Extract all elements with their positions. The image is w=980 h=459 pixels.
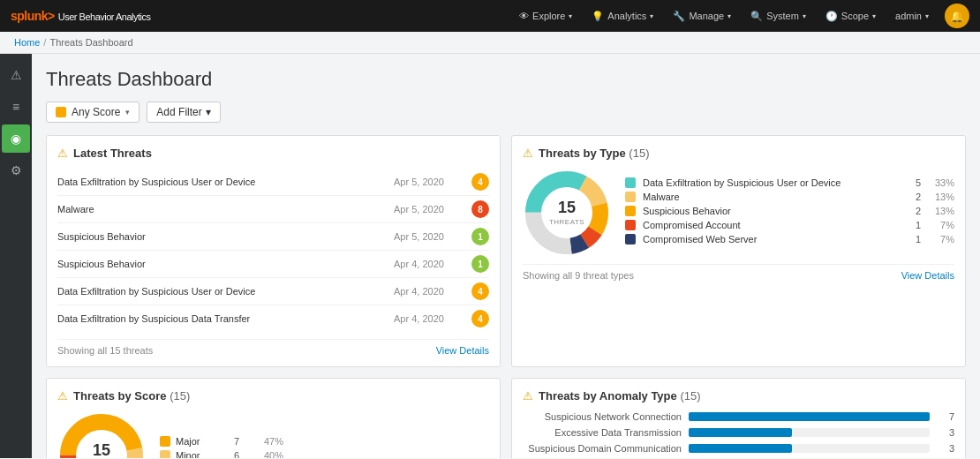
legend-color xyxy=(625,192,636,202)
warning-icon: ⚠ xyxy=(523,389,533,403)
threat-date: Apr 4, 2020 xyxy=(394,259,464,269)
list-item: Suspicious Domain Communication 3 xyxy=(523,443,954,454)
nav-analytics[interactable]: 💡 Analytics ▾ xyxy=(583,7,662,26)
threat-score-badge: 4 xyxy=(471,282,489,300)
threats-by-score-header: ⚠ Threats by Score (15) xyxy=(57,389,489,403)
chevron-down-icon: ▾ xyxy=(727,12,731,20)
chevron-down-icon: ▾ xyxy=(569,12,572,20)
sidebar: ⚠ ≡ ◉ ⚙ xyxy=(0,54,32,458)
list-item[interactable]: Data Exfiltration by Suspicious User or … xyxy=(57,169,489,196)
legend-item: Minor 6 40% xyxy=(160,450,283,458)
chevron-down-icon: ▾ xyxy=(803,12,806,20)
legend-count: 1 xyxy=(903,220,921,230)
score-filter-label: Any Score xyxy=(72,106,120,118)
threats-by-score-legend: Major 7 47% Minor 6 40% Critical 2 13% xyxy=(160,436,283,458)
threats-by-score-content: 15 THREATS Major 7 47% Minor 6 40% Criti… xyxy=(57,411,489,458)
splunk-logo: splunk>User Behavior Analytics xyxy=(11,9,150,23)
legend-count: 1 xyxy=(903,234,921,245)
score-filter-button[interactable]: Any Score ▾ xyxy=(46,102,139,123)
score-pct: 40% xyxy=(257,450,283,458)
notification-bell[interactable]: 🔔 xyxy=(945,4,969,28)
bar-label: Excessive Data Transmission xyxy=(523,427,682,438)
threat-score-badge: 1 xyxy=(471,255,489,273)
threats-by-type-footer: Showing all 9 threat types View Details xyxy=(523,264,954,281)
score-count: 7 xyxy=(234,436,252,447)
warning-icon: ⚠ xyxy=(57,147,68,160)
score-color-dot xyxy=(160,436,170,447)
nav-items: 👁 Explore ▾ 💡 Analytics ▾ 🔧 Manage ▾ 🔍 S… xyxy=(164,4,969,28)
main-content: Threats Dashboard Any Score ▾ Add Filter… xyxy=(32,54,980,458)
top-nav: splunk>User Behavior Analytics 👁 Explore… xyxy=(0,0,980,32)
threats-by-type-view-details[interactable]: View Details xyxy=(901,270,954,281)
bar-label: Suspicious Domain Communication xyxy=(523,443,682,454)
legend-color xyxy=(625,220,636,230)
threat-name: Data Exfiltration by Suspicious User or … xyxy=(57,286,387,297)
latest-threats-header: ⚠ Latest Threats xyxy=(57,147,489,160)
list-item: Suspicious Network Connection 7 xyxy=(523,411,954,422)
app-name: User Behavior Analytics xyxy=(58,11,151,22)
threat-name: Suspicious Behavior xyxy=(57,231,387,242)
sidebar-dashboard-icon[interactable]: ◉ xyxy=(2,124,30,153)
threat-date: Apr 5, 2020 xyxy=(394,204,464,214)
threat-score-badge: 4 xyxy=(471,310,489,327)
threat-name: Data Exfiltration by Suspicious User or … xyxy=(57,177,387,187)
threats-by-type-header: ⚠ Threats by Type (15) xyxy=(523,147,954,160)
threats-by-type-donut: 15 THREATS xyxy=(523,169,611,257)
threats-by-anomaly-title: Threats by Anomaly Type (15) xyxy=(539,389,701,403)
sidebar-settings-icon[interactable]: ⚙ xyxy=(2,156,30,184)
list-item: Excessive Data Transmission 3 xyxy=(523,427,954,438)
bar-track xyxy=(689,412,930,421)
nav-manage[interactable]: 🔧 Manage ▾ xyxy=(664,7,740,26)
sidebar-list-icon[interactable]: ≡ xyxy=(2,93,30,121)
latest-threats-footer: Showing all 15 threats View Details xyxy=(57,339,489,356)
bar-count: 7 xyxy=(937,411,954,422)
threat-score-badge: 1 xyxy=(471,228,489,245)
threat-name: Malware xyxy=(57,204,387,214)
threats-by-anomaly-header: ⚠ Threats by Anomaly Type (15) xyxy=(523,389,954,403)
nav-admin[interactable]: admin ▾ xyxy=(886,7,938,25)
breadcrumb: Home / Threats Dashboard xyxy=(0,32,980,54)
legend-color xyxy=(625,206,636,216)
legend-name: Compromised Web Server xyxy=(643,234,896,245)
threats-by-type-count: Showing all 9 threat types xyxy=(523,270,634,281)
legend-pct: 33% xyxy=(928,177,954,188)
legend-item: Data Exfiltration by Suspicious User or … xyxy=(625,177,954,188)
legend-count: 2 xyxy=(903,192,921,202)
threat-date: Apr 4, 2020 xyxy=(394,286,464,297)
donut-label: 15 THREATS xyxy=(84,441,119,458)
sidebar-alert-icon[interactable]: ⚠ xyxy=(2,61,30,89)
legend-name: Suspicious Behavior xyxy=(643,206,896,216)
threats-by-anomaly-panel: ⚠ Threats by Anomaly Type (15) Suspiciou… xyxy=(511,378,966,458)
list-item[interactable]: Data Exfiltration by Suspicious Data Tra… xyxy=(57,305,489,332)
list-item[interactable]: Suspicious Behavior Apr 4, 2020 1 xyxy=(57,251,489,278)
add-filter-button[interactable]: Add Filter ▾ xyxy=(147,102,220,123)
threats-by-score-donut: 15 THREATS xyxy=(57,411,146,458)
legend-pct: 7% xyxy=(928,234,954,245)
score-pct: 47% xyxy=(257,436,283,447)
bar-label: Suspicious Network Connection xyxy=(523,411,682,422)
score-name: Major xyxy=(176,436,229,447)
threat-score-badge: 4 xyxy=(471,173,489,191)
breadcrumb-home[interactable]: Home xyxy=(14,37,40,48)
bar-count: 3 xyxy=(937,427,954,438)
nav-scope[interactable]: 🕐 Scope ▾ xyxy=(817,7,885,26)
threats-by-score-panel: ⚠ Threats by Score (15) 15 T xyxy=(46,378,501,458)
nav-explore[interactable]: 👁 Explore ▾ xyxy=(510,7,581,25)
breadcrumb-current: Threats Dashboard xyxy=(49,37,132,48)
legend-name: Malware xyxy=(643,192,896,202)
latest-threats-view-details[interactable]: View Details xyxy=(436,345,489,356)
score-color-dot xyxy=(56,107,66,117)
latest-threats-panel: ⚠ Latest Threats Data Exfiltration by Su… xyxy=(46,135,501,367)
threats-by-type-title: Threats by Type (15) xyxy=(539,147,649,160)
legend-item: Compromised Web Server 1 7% xyxy=(625,234,954,245)
list-item[interactable]: Malware Apr 5, 2020 8 xyxy=(57,196,489,223)
legend-item: Major 7 47% xyxy=(160,436,283,447)
add-filter-label: Add Filter xyxy=(156,106,201,118)
list-item[interactable]: Data Exfiltration by Suspicious User or … xyxy=(57,278,489,305)
chevron-down-icon: ▾ xyxy=(650,12,653,20)
legend-pct: 13% xyxy=(928,192,954,202)
legend-color xyxy=(625,177,636,188)
nav-system[interactable]: 🔍 System ▾ xyxy=(742,7,815,26)
list-item[interactable]: Suspicious Behavior Apr 5, 2020 1 xyxy=(57,223,489,251)
legend-item: Suspicious Behavior 2 13% xyxy=(625,206,954,216)
